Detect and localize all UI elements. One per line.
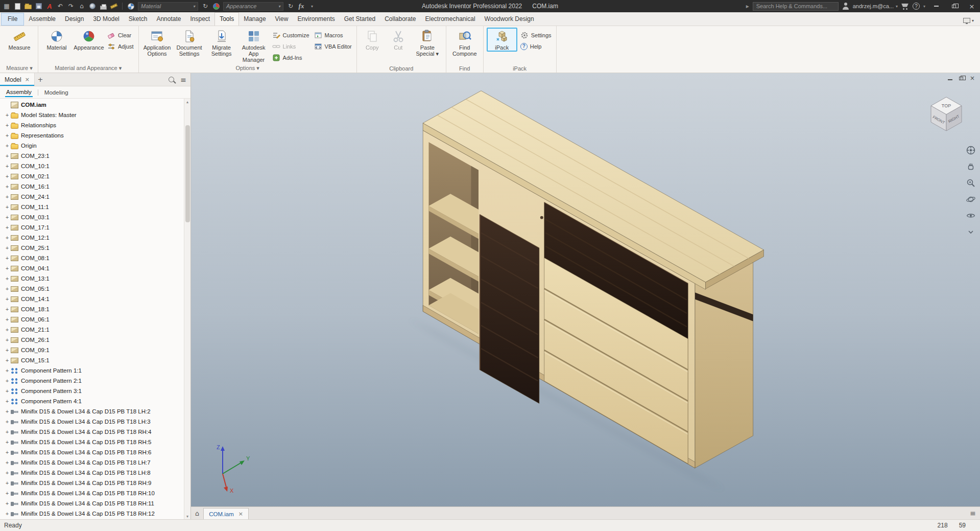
tree-item[interactable]: + Minifix D15 & Dowel L34 & Cap D15 PB T… (0, 498, 184, 509)
tree-expander-icon[interactable]: + (4, 112, 10, 118)
tree-item[interactable]: + Model States: Master (0, 110, 184, 120)
tree-expander-icon[interactable]: + (4, 450, 10, 455)
tree-item[interactable]: + Minifix D15 & Dowel L34 & Cap D15 PB T… (0, 488, 184, 498)
tree-expander-icon[interactable]: + (4, 256, 10, 261)
vba-editor-button[interactable]: VBA Editor (313, 41, 353, 51)
appearance-dropdown[interactable]: Appearance ▾ (223, 2, 283, 11)
measure-qat-icon[interactable] (110, 2, 117, 10)
restore-button[interactable] (947, 0, 961, 12)
group-label-measure[interactable]: Measure ▾ (1, 64, 38, 73)
tree-item[interactable]: + COM_26:1 (0, 335, 184, 345)
tree-item[interactable]: + Component Pattern 4:1 (0, 396, 184, 406)
tree-item[interactable]: + Minifix D15 & Dowel L34 & Cap D15 PB T… (0, 478, 184, 488)
ribbon-tab[interactable]: Manage (239, 13, 270, 26)
orbit-icon[interactable] (965, 194, 976, 205)
document-tab[interactable]: COM.iam × (203, 508, 249, 519)
tree-item[interactable]: + Component Pattern 1:1 (0, 365, 184, 376)
tree-expander-icon[interactable]: + (4, 245, 10, 251)
ribbon-tab[interactable]: Woodwork Design (480, 13, 539, 26)
tree-expander-icon[interactable]: + (4, 174, 10, 179)
ribbon-tab[interactable]: 3D Model (88, 13, 124, 26)
tree-item[interactable]: + COM_13:1 (0, 273, 184, 284)
tree-item[interactable]: + Minifix D15 & Dowel L34 & Cap D15 PB T… (0, 447, 184, 457)
tree-expander-icon[interactable]: + (4, 153, 10, 159)
tree-expander-icon[interactable]: + (4, 337, 10, 343)
migrate-settings-button[interactable]: Migrate Settings (206, 28, 237, 58)
tree-expander-icon[interactable]: + (4, 409, 10, 414)
tree-expander-icon[interactable]: + (4, 215, 10, 220)
tree-item[interactable]: + Component Pattern 3:1 (0, 386, 184, 396)
app-menu-icon[interactable]: ▦ (3, 2, 10, 10)
tree-expander-icon[interactable]: + (4, 143, 10, 149)
tree-expander-icon[interactable]: + (4, 491, 10, 496)
help-icon[interactable]: ? (913, 3, 920, 10)
document-settings-button[interactable]: Document Settings (174, 28, 205, 58)
pan-hand-icon[interactable] (965, 161, 976, 172)
tree-item[interactable]: + COM_09:1 (0, 345, 184, 355)
open-file-icon[interactable] (25, 2, 32, 10)
customize-button[interactable]: Customize (271, 30, 311, 40)
tree-expander-icon[interactable]: + (4, 511, 10, 517)
update-material-icon[interactable]: ↻ (202, 2, 209, 10)
scrollbar-thumb[interactable] (185, 125, 190, 222)
qat-customize-icon[interactable]: ▾ (308, 2, 316, 10)
links-button[interactable]: Links (271, 41, 311, 51)
tree-expander-icon[interactable]: + (4, 388, 10, 394)
tree-expander-icon[interactable]: + (4, 123, 10, 128)
tree-item[interactable]: + COM_18:1 (0, 304, 184, 314)
print-icon[interactable] (100, 2, 107, 10)
navbar-more-icon[interactable] (965, 226, 976, 238)
scroll-down-icon[interactable]: ▾ (186, 513, 188, 519)
model-cabinet[interactable] (191, 73, 980, 506)
tree-item[interactable]: + Minifix D15 & Dowel L34 & Cap D15 PB T… (0, 406, 184, 417)
tree-expander-icon[interactable]: + (4, 501, 10, 506)
tree-expander-icon[interactable]: + (4, 368, 10, 374)
tree-expander-icon[interactable]: + (4, 133, 10, 138)
tree-item[interactable]: + COM_06:1 (0, 314, 184, 325)
browser-tab-model[interactable]: Model × (0, 73, 35, 86)
close-button[interactable]: × (965, 0, 979, 12)
tree-item[interactable]: + COM_08:1 (0, 253, 184, 263)
ribbon-tab[interactable]: Get Started (340, 13, 380, 26)
appearance-button[interactable]: Appearance (74, 28, 104, 52)
tree-expander-icon[interactable]: + (4, 307, 10, 312)
tree-expander-icon[interactable]: + (4, 327, 10, 333)
measure-button[interactable]: Measure (4, 28, 35, 52)
tree-expander-icon[interactable]: + (4, 399, 10, 404)
look-at-icon[interactable] (965, 210, 976, 221)
add-browser-tab-icon[interactable]: + (35, 73, 46, 86)
tree-item[interactable]: + COM_21:1 (0, 325, 184, 335)
group-label-material-appearance[interactable]: Material and Appearance ▾ (38, 64, 138, 73)
tree-expander-icon[interactable]: + (4, 164, 10, 169)
tree-expander-icon[interactable]: + (4, 286, 10, 292)
browser-search-icon[interactable] (169, 77, 174, 82)
update-appearance-icon[interactable]: ↻ (287, 2, 294, 10)
subtab-assembly[interactable]: Assembly (5, 87, 33, 97)
adjust-button[interactable]: Adjust (106, 41, 135, 51)
tree-expander-icon[interactable]: + (4, 225, 10, 230)
cut-button[interactable]: Cut (386, 28, 411, 52)
ribbon-tab[interactable]: Sketch (124, 13, 152, 26)
ribbon-tab[interactable]: View (271, 13, 293, 26)
help-menu-caret-icon[interactable]: ▾ (923, 4, 925, 9)
redo-icon[interactable]: ↷ (67, 2, 75, 10)
tree-item[interactable]: + Minifix D15 & Dowel L34 & Cap D15 PB T… (0, 468, 184, 478)
tree-expander-icon[interactable]: + (4, 480, 10, 486)
tree-item[interactable]: + COM_24:1 (0, 192, 184, 202)
scroll-up-icon[interactable]: ▴ (186, 99, 188, 105)
tree-item[interactable]: + Minifix D15 & Dowel L34 & Cap D15 PB T… (0, 437, 184, 447)
graphics-window[interactable]: × TOP FRONT RIGHT (191, 73, 980, 506)
tree-expander-icon[interactable]: + (4, 378, 10, 384)
ribbon-tab[interactable]: Assemble (24, 13, 60, 26)
chevron-down-icon[interactable]: ▾ (972, 18, 974, 23)
doc-minimize-button[interactable] (948, 75, 952, 82)
ribbon-tab[interactable]: Electromechanical (421, 13, 480, 26)
tree-item[interactable]: + Component Pattern 2:1 (0, 376, 184, 386)
ribbon-tab[interactable]: Tools (214, 12, 239, 26)
search-input[interactable] (753, 2, 839, 11)
addins-button[interactable]: Add-Ins (271, 53, 311, 62)
tree-item[interactable]: + COM_16:1 (0, 181, 184, 192)
ribbon-tab[interactable]: Inspect (185, 13, 214, 26)
doc-restore-button[interactable] (959, 75, 963, 82)
tree-item[interactable]: + COM_11:1 (0, 202, 184, 212)
